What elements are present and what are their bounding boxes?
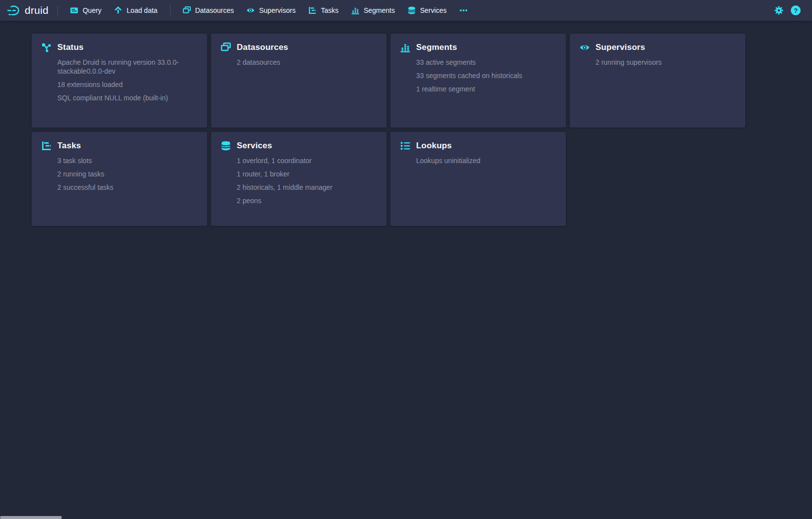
graph-icon bbox=[42, 43, 51, 52]
card-title: Supervisors bbox=[596, 43, 645, 52]
card-line: 1 overlord, 1 coordinator bbox=[237, 156, 377, 165]
bar-chart-icon bbox=[400, 43, 410, 52]
card-segments[interactable]: Segments 33 active segments 33 segments … bbox=[390, 34, 566, 128]
card-title: Datasources bbox=[237, 43, 288, 52]
card-lookups[interactable]: Lookups Lookups uninitialized bbox=[390, 132, 566, 226]
card-line: 1 realtime segment bbox=[416, 85, 556, 93]
card-status[interactable]: Status Apache Druid is running version 3… bbox=[32, 34, 207, 128]
card-supervisors[interactable]: Supervisors 2 running supervisors bbox=[570, 34, 745, 128]
card-header: Segments bbox=[400, 43, 556, 52]
gear-icon bbox=[774, 6, 783, 15]
nav-item-label: Tasks bbox=[321, 6, 339, 14]
navbar-divider bbox=[170, 5, 171, 15]
navbar-divider bbox=[57, 5, 58, 15]
more-menu-button[interactable] bbox=[453, 0, 474, 21]
card-services[interactable]: Services 1 overlord, 1 coordinator 1 rou… bbox=[211, 132, 386, 226]
card-title: Segments bbox=[416, 43, 457, 52]
nav-item-services[interactable]: Services bbox=[401, 0, 453, 21]
druid-logo-icon bbox=[7, 4, 21, 16]
gantt-icon bbox=[42, 141, 51, 151]
card-line: 2 historicals, 1 middle manager bbox=[237, 183, 377, 192]
card-line: 3 task slots bbox=[57, 156, 197, 165]
horizontal-scrollbar-thumb[interactable] bbox=[0, 516, 62, 519]
nav-item-tasks[interactable]: Tasks bbox=[302, 0, 345, 21]
card-line: 18 extensions loaded bbox=[57, 80, 197, 89]
card-datasources[interactable]: Datasources 2 datasources bbox=[211, 34, 386, 128]
help-icon: ? bbox=[791, 5, 801, 15]
home-view: Status Apache Druid is running version 3… bbox=[0, 21, 812, 226]
nav-item-label: Query bbox=[83, 6, 101, 14]
console-icon bbox=[70, 6, 78, 14]
nav-item-label: Load data bbox=[127, 6, 157, 14]
database-icon bbox=[221, 141, 231, 151]
card-line: 2 running tasks bbox=[57, 170, 197, 178]
upload-icon bbox=[114, 6, 122, 14]
top-navbar: druid Query Load data Datasources Superv… bbox=[0, 0, 812, 21]
nav-item-label: Segments bbox=[364, 6, 395, 14]
card-line: 1 router, 1 broker bbox=[237, 170, 377, 178]
card-header: Tasks bbox=[42, 141, 197, 151]
nav-item-label: Datasources bbox=[195, 6, 234, 14]
nav-item-query[interactable]: Query bbox=[64, 0, 108, 21]
card-header: Services bbox=[221, 141, 377, 151]
card-header: Lookups bbox=[400, 141, 556, 151]
card-title: Services bbox=[237, 141, 272, 151]
card-header: Supervisors bbox=[580, 43, 735, 52]
bar-chart-icon bbox=[351, 6, 359, 14]
nav-item-label: Supervisors bbox=[259, 6, 296, 14]
druid-logo[interactable]: druid bbox=[7, 4, 48, 16]
eye-icon bbox=[247, 6, 255, 14]
nav-item-label: Services bbox=[420, 6, 447, 14]
list-icon bbox=[400, 141, 410, 151]
card-line: Apache Druid is running version 33.0.0-s… bbox=[57, 58, 197, 76]
card-line: 33 active segments bbox=[416, 58, 556, 67]
card-line: SQL compliant NULL mode (built-in) bbox=[57, 93, 197, 102]
card-title: Status bbox=[57, 43, 84, 52]
nav-item-load-data[interactable]: Load data bbox=[108, 0, 164, 21]
card-line: 2 successful tasks bbox=[57, 183, 197, 192]
layers-icon bbox=[221, 43, 231, 52]
brand-text: druid bbox=[25, 4, 48, 16]
more-ellipsis-icon bbox=[460, 6, 468, 14]
settings-button[interactable] bbox=[770, 0, 787, 21]
status-card-grid: Status Apache Druid is running version 3… bbox=[32, 34, 749, 226]
card-header: Status bbox=[42, 43, 197, 52]
card-line: Lookups uninitialized bbox=[416, 156, 556, 165]
card-tasks[interactable]: Tasks 3 task slots 2 running tasks 2 suc… bbox=[32, 132, 207, 226]
gantt-icon bbox=[308, 6, 316, 14]
card-line: 2 datasources bbox=[237, 58, 377, 67]
card-title: Tasks bbox=[57, 141, 81, 151]
eye-icon bbox=[580, 43, 590, 52]
card-line: 33 segments cached on historicals bbox=[416, 71, 556, 80]
nav-item-segments[interactable]: Segments bbox=[345, 0, 401, 21]
help-button[interactable]: ? bbox=[787, 0, 804, 21]
card-header: Datasources bbox=[221, 43, 377, 52]
layers-icon bbox=[183, 6, 191, 14]
card-title: Lookups bbox=[416, 141, 452, 151]
nav-item-datasources[interactable]: Datasources bbox=[176, 0, 241, 21]
database-icon bbox=[408, 6, 416, 14]
card-line: 2 peons bbox=[237, 196, 377, 205]
nav-item-supervisors[interactable]: Supervisors bbox=[240, 0, 302, 21]
card-line: 2 running supervisors bbox=[596, 58, 735, 67]
